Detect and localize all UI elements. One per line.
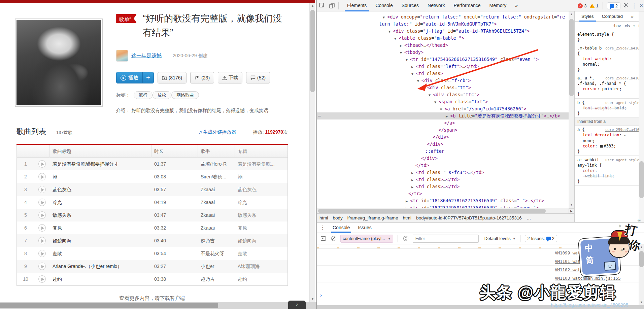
console-sidebar-icon[interactable] — [319, 235, 327, 242]
row-play-button[interactable] — [38, 250, 46, 257]
close-devtools-icon[interactable]: × — [640, 2, 643, 9]
styles-tab-[interactable]: » — [628, 12, 637, 21]
breadcrumb-item[interactable]: … — [527, 215, 531, 220]
breadcrumb-item[interactable]: body — [333, 215, 343, 220]
dom-node[interactable]: ▶<td class>…</td> — [317, 176, 569, 183]
devtools-tab-[interactable]: » — [511, 0, 522, 11]
share-button[interactable]: (23) — [190, 72, 214, 83]
css-property[interactable]: text-decoration: ▸ none; — [577, 132, 642, 143]
clear-console-icon[interactable] — [330, 235, 337, 242]
page-vertical-scrollbar[interactable]: ▲ ▼ — [309, 3, 315, 302]
styles-vertical-scrollbar[interactable] — [639, 11, 644, 222]
dom-vertical-scrollbar[interactable]: ▲ ▼ — [569, 11, 574, 208]
breadcrumb-item[interactable]: body#auto-id-i0P7TV574pBT515p.auto-16271… — [416, 215, 522, 220]
devtools-tab-elements[interactable]: Elements — [343, 0, 371, 11]
song-album[interactable]: 若是没有身份吃... — [235, 158, 287, 170]
css-property[interactable]: color: #333; — [577, 143, 642, 149]
log-source-link[interactable]: VM1102 wat — [555, 266, 580, 274]
dom-node[interactable]: ▼<div class="f-cb"> — [317, 77, 569, 84]
stylesheet-source-link[interactable]: user agent stylesheet — [605, 100, 642, 105]
scroll-down-arrow[interactable]: ▼ — [310, 296, 315, 302]
song-artist[interactable]: Siren/赛德... — [198, 170, 235, 183]
song-artist[interactable]: Zkaaai — [198, 221, 235, 234]
breadcrumb-item[interactable]: iframe#g_iframe.g-iframe — [347, 215, 398, 220]
song-artist[interactable]: 不是花火呀 — [198, 247, 235, 260]
comment-button[interactable]: (52) — [246, 72, 270, 83]
stylesheet-source-link[interactable]: core_259ce7…a416a6c9… — [605, 45, 642, 51]
dom-node[interactable]: ▼<span class="txt"> — [317, 98, 569, 105]
styles-toolbar-item[interactable]: + — [633, 24, 635, 28]
log-source-link[interactable]: VM1099 watc — [555, 249, 583, 257]
dom-node[interactable]: turn false;" id="auto-id-5nVJmKudGUFTpTK… — [317, 21, 569, 28]
dom-node[interactable]: </span> — [317, 127, 569, 134]
styles-toolbar-item[interactable]: .cls — [624, 24, 630, 28]
dom-node[interactable]: ▶<thead>…</thead> — [317, 42, 569, 49]
css-property[interactable]: font-weight: normal; — [577, 56, 642, 67]
dom-node[interactable]: ▼<td class> — [317, 70, 569, 77]
dom-node[interactable]: </div> — [317, 134, 569, 141]
song-album[interactable]: 复原 — [235, 221, 287, 234]
devtools-tab-performance[interactable]: Performance — [449, 0, 485, 11]
creator-avatar[interactable] — [116, 50, 128, 62]
row-play-button[interactable] — [38, 211, 46, 219]
row-play-button[interactable] — [38, 199, 46, 206]
dom-node[interactable]: </td> — [317, 162, 569, 169]
drawer-tab-console[interactable]: Console — [329, 223, 354, 233]
row-play-button[interactable] — [38, 173, 46, 180]
row-play-button[interactable] — [38, 186, 46, 193]
dom-node[interactable]: </div> — [317, 155, 569, 162]
console-scroll-down-arrow[interactable]: ▼ — [639, 300, 644, 305]
creator-name-link[interactable]: 这一年是遗憾 — [131, 53, 162, 59]
dom-scroll-down-arrow[interactable]: ▼ — [569, 202, 574, 208]
song-artist[interactable]: 小也er — [198, 260, 235, 273]
song-title-link[interactable]: 赴约 — [50, 273, 151, 285]
dom-node[interactable]: ▶<td class>…</td> — [317, 183, 569, 190]
issues-counter-chip[interactable]: 2 Issues:2 — [525, 235, 557, 242]
song-album[interactable]: 如鲸向海 — [235, 234, 287, 247]
devtools-tab-sources[interactable]: Sources — [397, 0, 423, 11]
song-title-link[interactable]: 若是没有身份吃醋都要把握分寸 — [50, 158, 151, 170]
page-vscroll-thumb[interactable] — [310, 10, 315, 92]
add-to-playlist-button[interactable]: + — [142, 72, 154, 83]
devtools-tab-memory[interactable]: Memory — [485, 0, 511, 11]
dom-vscroll-thumb[interactable] — [569, 19, 574, 96]
song-artist[interactable]: Zkaaai — [198, 183, 235, 196]
dom-node[interactable]: ▶<tr id="18223749501627135316549" class=… — [317, 204, 569, 208]
song-title-link[interactable]: 复原 — [50, 221, 151, 234]
breadcrumb-item[interactable]: html — [319, 215, 328, 220]
dom-node[interactable]: ▼<table class="m-table "> — [317, 35, 569, 42]
tag-pill[interactable]: 放松 — [152, 91, 171, 99]
dom-node[interactable]: ▼<div class="ttc"> — [317, 91, 569, 98]
row-play-button[interactable] — [38, 237, 46, 244]
css-property[interactable]: font-weight: bold; — [577, 105, 642, 111]
row-play-button[interactable] — [38, 275, 46, 283]
song-artist[interactable]: 赵乃吉 — [198, 234, 235, 247]
dom-scroll-up-arrow[interactable]: ▲ — [569, 11, 574, 17]
song-title-link[interactable]: 走散 — [50, 247, 151, 260]
song-title-link[interactable]: 蓝色灰色 — [50, 183, 151, 196]
dom-hscroll-thumb[interactable] — [318, 209, 546, 213]
dom-node[interactable]: ▶<td class=" s-fc3">…</td> — [317, 169, 569, 176]
console-vscroll-thumb[interactable] — [639, 251, 644, 267]
dom-node-selected[interactable]: ⋯▶<b title="若是没有身份吃醋都要把握分寸">…</b> — [317, 112, 569, 119]
breadcrumb-item[interactable]: html — [403, 215, 412, 220]
page-hscroll-thumb[interactable] — [0, 303, 218, 308]
outchain-player-link[interactable]: ♫生成外链播放器 — [199, 129, 236, 135]
device-toolbar-icon[interactable] — [327, 1, 337, 10]
log-levels-dropdown[interactable]: Default levels▼ — [484, 236, 516, 241]
devtools-tab-console[interactable]: Console — [371, 0, 397, 11]
styles-tab-styles[interactable]: Styles — [578, 12, 597, 21]
mini-player-button[interactable]: ♪ — [288, 301, 306, 309]
download-button[interactable]: 下载 — [218, 72, 242, 83]
inspect-element-icon[interactable] — [317, 1, 327, 10]
css-property[interactable]: color: -webkit-link; — [577, 168, 642, 179]
styles-vscroll-thumb[interactable] — [639, 161, 644, 198]
dom-scroll-right-arrow[interactable]: ▶ — [569, 208, 574, 213]
scroll-up-arrow[interactable]: ▲ — [310, 3, 315, 9]
error-badge[interactable]: ×3 — [578, 3, 586, 8]
styles-tab-computed[interactable]: Computed — [599, 12, 626, 21]
collect-button[interactable]: (8176) — [158, 72, 187, 83]
stylesheet-source-link[interactable]: core_259ce7…a416a6c9… — [605, 127, 642, 132]
song-album[interactable]: 溺 — [235, 170, 287, 183]
song-artist[interactable]: 赵乃吉 — [198, 273, 235, 285]
